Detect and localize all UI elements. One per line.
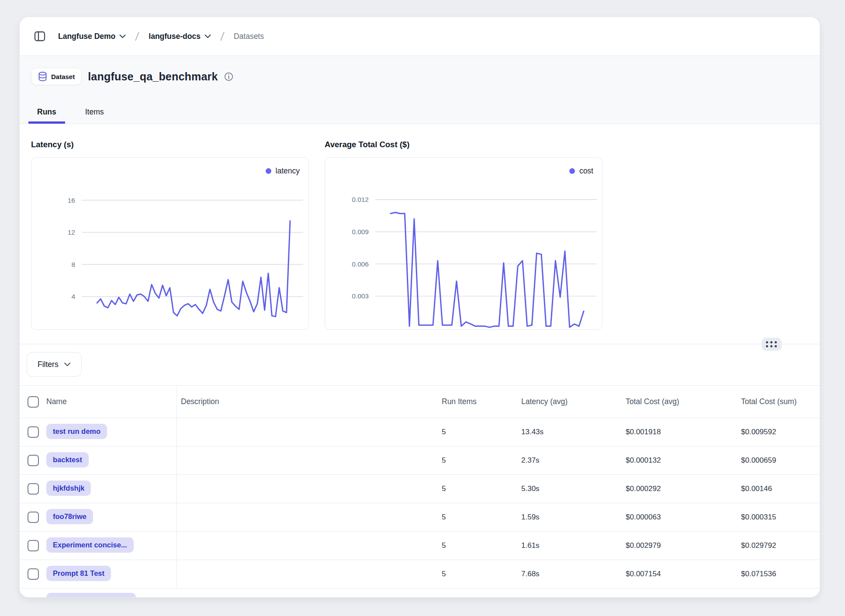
main-panel: Langfuse Demo langfuse-docs Datasets [19, 17, 820, 598]
tab-runs[interactable]: Runs [31, 107, 62, 124]
cell-latency-avg: 1.59s [521, 513, 626, 522]
filters-row: Filters [20, 344, 820, 385]
section-divider [20, 344, 820, 344]
latency-legend: latency [266, 166, 300, 176]
select-all-checkbox[interactable] [28, 396, 39, 408]
legend-dot-icon [266, 168, 271, 174]
org-name: Langfuse Demo [58, 32, 115, 41]
table-row[interactable]: Prompt 81 Test57.68s$0.007154$0.071536 [20, 560, 820, 588]
latency-chart-title: Latency (s) [31, 140, 309, 153]
cell-latency-avg: 1.61s [521, 541, 626, 550]
table-row[interactable]: backtest52.37s$0.000132$0.000659 [20, 446, 820, 475]
dataset-header: Dataset langfuse_qa_benchmark Runs Items [20, 56, 820, 124]
breadcrumb-separator-icon [132, 31, 142, 42]
chevron-down-icon [204, 34, 211, 38]
cell-total-cost-sum: $0.071536 [741, 570, 820, 578]
tab-items[interactable]: Items [79, 107, 110, 124]
cost-line-plot: 0.0030.0060.0090.012 [325, 158, 603, 329]
database-icon [38, 72, 47, 81]
svg-text:0.012: 0.012 [352, 196, 369, 203]
col-header-latency-avg[interactable]: Latency (avg) [521, 397, 626, 406]
latency-chart-block: Latency (s) 481216 latency [31, 140, 309, 330]
svg-text:4: 4 [71, 293, 75, 300]
cell-total-cost-avg: $0.007154 [626, 570, 741, 578]
cell-latency-avg: 7.68s [521, 570, 626, 578]
resize-handle[interactable] [762, 338, 782, 351]
sidebar-toggle-button[interactable] [31, 28, 48, 45]
col-header-name[interactable]: Name [46, 397, 177, 406]
col-header-total-cost-avg[interactable]: Total Cost (avg) [626, 397, 741, 406]
chevron-down-icon [64, 362, 71, 367]
cost-chart-block: Average Total Cost ($) 0.0030.0060.0090.… [325, 140, 603, 330]
cell-run-items: 5 [442, 541, 521, 550]
cell-latency-avg: 5.30s [521, 484, 626, 493]
run-name-badge[interactable] [46, 593, 136, 598]
col-header-description[interactable]: Description [177, 397, 442, 406]
svg-text:0.006: 0.006 [352, 260, 369, 268]
panel-left-icon [34, 30, 46, 42]
legend-label: cost [579, 166, 593, 176]
svg-text:12: 12 [68, 228, 75, 236]
cost-chart: 0.0030.0060.0090.012 cost [325, 157, 603, 330]
cell-total-cost-sum: $0.00146 [741, 484, 820, 493]
row-checkbox[interactable] [28, 540, 39, 551]
page-title: langfuse_qa_benchmark [88, 70, 218, 83]
table-row-partial [20, 588, 820, 598]
table-row[interactable]: test run demo513.43s$0.001918$0.009592 [20, 418, 820, 446]
col-header-total-cost-sum[interactable]: Total Cost (sum) [741, 397, 820, 406]
row-checkbox[interactable] [28, 483, 39, 495]
dataset-badge-label: Dataset [51, 73, 75, 80]
latency-chart: 481216 latency [31, 157, 309, 330]
cost-chart-title: Average Total Cost ($) [325, 140, 603, 153]
cell-total-cost-sum: $0.009592 [741, 428, 820, 436]
grip-dots-icon [766, 341, 777, 348]
run-name-badge[interactable]: foo78riwe [46, 509, 93, 524]
legend-dot-icon [569, 168, 575, 174]
breadcrumb-org-selector[interactable]: Langfuse Demo [58, 32, 126, 41]
run-name-badge[interactable]: test run demo [46, 424, 107, 439]
col-header-run-items[interactable]: Run Items [442, 397, 521, 406]
cell-total-cost-sum: $0.029792 [741, 541, 820, 550]
cell-total-cost-avg: $0.002979 [626, 541, 741, 550]
filters-button[interactable]: Filters [27, 352, 82, 377]
legend-label: latency [276, 166, 300, 176]
row-checkbox[interactable] [28, 426, 39, 438]
chevron-down-icon [119, 34, 126, 38]
run-name-badge[interactable]: Prompt 81 Test [46, 566, 111, 581]
cell-total-cost-avg: $0.000132 [626, 456, 741, 465]
cost-legend: cost [569, 166, 593, 176]
svg-text:0.003: 0.003 [352, 292, 369, 300]
cell-run-items: 5 [442, 484, 521, 493]
svg-text:8: 8 [71, 261, 75, 268]
dataset-type-badge: Dataset [31, 68, 82, 85]
table-row[interactable]: foo78riwe51.59s$0.000063$0.000315 [20, 503, 820, 532]
run-name-badge[interactable]: hjkfdshjk [46, 481, 91, 496]
cell-total-cost-avg: $0.001918 [626, 428, 741, 436]
run-name-badge[interactable]: Experiment concise... [46, 537, 134, 553]
cell-total-cost-avg: $0.000063 [626, 513, 741, 522]
row-checkbox[interactable] [28, 455, 39, 466]
cell-total-cost-sum: $0.000315 [741, 513, 820, 522]
svg-text:0.009: 0.009 [352, 228, 369, 235]
breadcrumb-project-selector[interactable]: langfuse-docs [149, 32, 211, 41]
cell-total-cost-sum: $0.000659 [741, 456, 820, 465]
table-row[interactable]: hjkfdshjk55.30s$0.000292$0.00146 [20, 475, 820, 503]
info-icon[interactable] [224, 72, 233, 81]
row-checkbox[interactable] [28, 568, 39, 580]
cell-run-items: 5 [442, 570, 521, 578]
table-body: test run demo513.43s$0.001918$0.009592ba… [20, 418, 820, 588]
topbar: Langfuse Demo langfuse-docs Datasets [20, 17, 820, 56]
project-name: langfuse-docs [149, 32, 201, 41]
breadcrumb: Langfuse Demo langfuse-docs Datasets [58, 31, 264, 42]
cell-run-items: 5 [442, 456, 521, 465]
run-name-badge[interactable]: backtest [46, 452, 89, 467]
cell-latency-avg: 13.43s [521, 428, 626, 436]
runs-table: Name Description Run Items Latency (avg)… [20, 385, 820, 598]
cell-run-items: 5 [442, 513, 521, 522]
breadcrumb-separator-icon [217, 31, 228, 42]
row-checkbox[interactable] [28, 512, 39, 523]
filters-button-label: Filters [38, 360, 59, 369]
table-header-row: Name Description Run Items Latency (avg)… [20, 386, 820, 418]
latency-line-plot: 481216 [31, 158, 309, 329]
table-row[interactable]: Experiment concise...51.61s$0.002979$0.0… [20, 532, 820, 560]
